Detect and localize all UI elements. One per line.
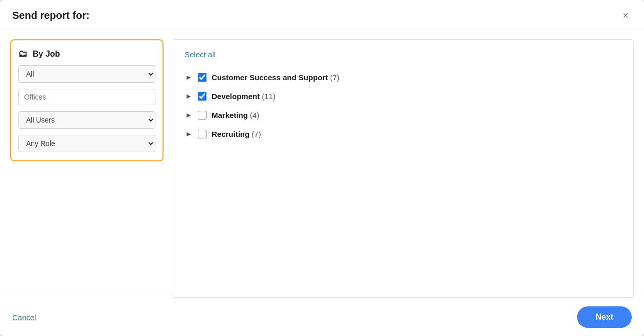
- department-checkbox[interactable]: [198, 130, 206, 138]
- panel-header: 🗂 By Job: [18, 49, 155, 59]
- department-row: ▶Marketing (4): [185, 106, 621, 125]
- dialog-footer: Cancel Next: [0, 298, 644, 336]
- expand-arrow-button[interactable]: ▶: [185, 131, 193, 137]
- department-label: Marketing (4): [212, 111, 259, 119]
- dialog-title: Send report for:: [12, 10, 89, 21]
- expand-arrow-button[interactable]: ▶: [185, 75, 193, 80]
- next-button[interactable]: Next: [577, 306, 632, 328]
- expand-arrow-button[interactable]: ▶: [185, 93, 193, 99]
- briefcase-icon: 🗂: [18, 49, 28, 59]
- department-label: Development (11): [212, 92, 275, 101]
- department-list: ▶Customer Success and Support (7)▶Develo…: [185, 68, 621, 143]
- expand-arrow-button[interactable]: ▶: [185, 112, 193, 118]
- left-filter-panel: 🗂 By Job All All Users Any Role: [10, 39, 164, 161]
- panel-title: By Job: [33, 50, 60, 59]
- right-content-panel: Select all ▶Customer Success and Support…: [172, 39, 634, 298]
- department-row: ▶Recruiting (7): [185, 125, 621, 143]
- dialog-body: 🗂 By Job All All Users Any Role Select a…: [0, 29, 644, 298]
- department-checkbox[interactable]: [198, 111, 206, 119]
- all-dropdown[interactable]: All: [18, 65, 155, 83]
- department-row: ▶Development (11): [185, 87, 621, 106]
- department-checkbox[interactable]: [198, 73, 206, 82]
- cancel-button[interactable]: Cancel: [12, 313, 36, 322]
- role-dropdown[interactable]: Any Role: [18, 135, 155, 152]
- department-label: Recruiting (7): [212, 130, 261, 138]
- dialog-header: Send report for: ×: [0, 0, 644, 29]
- department-checkbox[interactable]: [198, 92, 206, 101]
- send-report-dialog: Send report for: × 🗂 By Job All All User…: [0, 0, 644, 336]
- department-label: Customer Success and Support (7): [212, 73, 339, 82]
- users-dropdown[interactable]: All Users: [18, 111, 155, 129]
- close-button[interactable]: ×: [619, 9, 632, 21]
- department-row: ▶Customer Success and Support (7): [185, 68, 621, 87]
- select-all-link[interactable]: Select all: [185, 50, 216, 59]
- offices-input[interactable]: [18, 89, 155, 105]
